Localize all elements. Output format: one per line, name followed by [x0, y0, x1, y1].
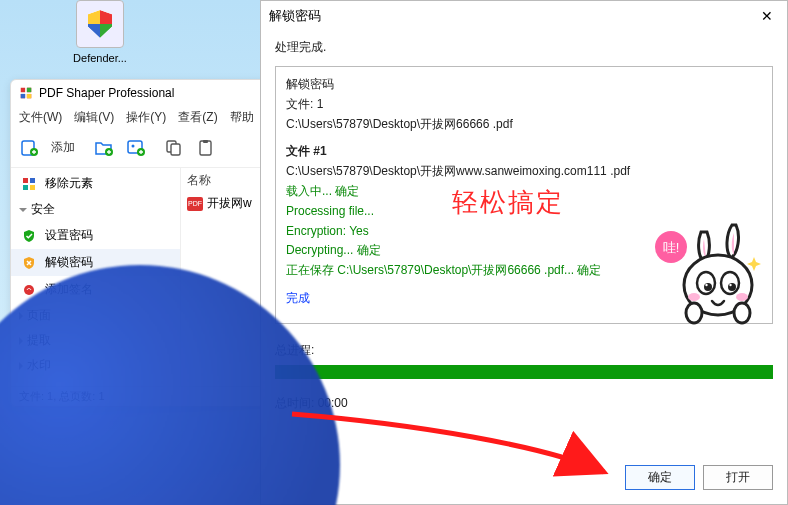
sidebar-item-label: 移除元素 — [45, 175, 93, 192]
sidebar-header-security[interactable]: 安全 — [11, 197, 180, 222]
menu-file[interactable]: 文件(W) — [19, 109, 62, 126]
svg-rect-12 — [23, 185, 28, 190]
dialog-titlebar[interactable]: 解锁密码 ✕ — [261, 1, 787, 31]
svg-point-19 — [704, 283, 712, 291]
toolbar: 添加 — [11, 128, 269, 168]
shield-x-icon — [21, 255, 37, 271]
add-folder-icon[interactable] — [93, 137, 115, 159]
sidebar-item-set-password[interactable]: 设置密码 — [11, 222, 180, 249]
svg-rect-10 — [23, 178, 28, 183]
app-logo-icon — [19, 86, 33, 100]
log-line: C:\Users\57879\Desktop\开拔网www.sanweimoxi… — [286, 162, 762, 182]
column-header-name[interactable]: 名称 — [187, 172, 263, 189]
open-button[interactable]: 打开 — [703, 465, 773, 490]
log-line: 解锁密码 — [286, 75, 762, 95]
svg-point-14 — [24, 285, 34, 295]
defender-icon — [76, 0, 124, 48]
bunny-sticker: 哇! — [646, 217, 766, 332]
main-window-titlebar[interactable]: PDF Shaper Professional — [11, 80, 269, 106]
menu-action[interactable]: 操作(Y) — [126, 109, 166, 126]
log-line: 文件: 1 — [286, 95, 762, 115]
sidebar-item-remove-elements[interactable]: 移除元素 — [11, 170, 180, 197]
menu-view[interactable]: 查看(Z) — [178, 109, 217, 126]
processing-done-label: 处理完成. — [275, 39, 773, 56]
dialog-title: 解锁密码 — [269, 7, 321, 25]
log-output[interactable]: 解锁密码 文件: 1 C:\Users\57879\Desktop\开拔网666… — [275, 66, 773, 324]
dialog-button-row: 确定 打开 — [625, 465, 773, 490]
svg-point-24 — [736, 293, 748, 301]
file-name: 开拔网w — [207, 195, 252, 212]
shield-check-icon — [21, 228, 37, 244]
remove-elements-icon — [21, 176, 37, 192]
svg-rect-9 — [203, 140, 208, 143]
progress-bar — [275, 365, 773, 379]
sidebar-item-label: 设置密码 — [45, 227, 93, 244]
svg-rect-11 — [30, 178, 35, 183]
pdf-icon: PDF — [187, 197, 203, 211]
unlock-password-dialog: 解锁密码 ✕ 处理完成. 解锁密码 文件: 1 C:\Users\57879\D… — [260, 0, 788, 505]
bubble-text: 哇! — [663, 240, 680, 255]
menu-help[interactable]: 帮助 — [230, 109, 254, 126]
progress-section: 总进程: — [275, 342, 773, 379]
menubar: 文件(W) 编辑(V) 操作(Y) 查看(Z) 帮助 — [11, 106, 269, 128]
svg-rect-8 — [200, 141, 211, 155]
toolbar-add-label: 添加 — [51, 139, 75, 156]
menu-edit[interactable]: 编辑(V) — [74, 109, 114, 126]
copy-icon[interactable] — [163, 137, 185, 159]
add-image-icon[interactable] — [125, 137, 147, 159]
svg-point-17 — [697, 272, 715, 294]
sidebar-header-label: 安全 — [31, 201, 55, 218]
annotation-overlay-text: 轻松搞定 — [452, 181, 564, 224]
svg-point-4 — [132, 144, 135, 147]
svg-rect-13 — [30, 185, 35, 190]
desktop-shortcut-label: Defender... — [60, 52, 140, 64]
svg-point-20 — [728, 283, 736, 291]
sidebar-item-label: 解锁密码 — [45, 254, 93, 271]
log-line: C:\Users\57879\Desktop\开拔网66666 .pdf — [286, 115, 762, 135]
ok-button[interactable]: 确定 — [625, 465, 695, 490]
svg-point-22 — [729, 284, 731, 286]
log-file-header: 文件 #1 — [286, 142, 762, 162]
main-window-title: PDF Shaper Professional — [39, 86, 174, 100]
paste-icon[interactable] — [195, 137, 217, 159]
close-button[interactable]: ✕ — [755, 4, 779, 28]
desktop-shortcut-defender[interactable]: Defender... — [60, 0, 140, 64]
svg-point-21 — [705, 284, 707, 286]
svg-point-18 — [721, 272, 739, 294]
add-file-icon[interactable] — [19, 137, 41, 159]
svg-rect-7 — [171, 144, 180, 155]
chevron-down-icon — [19, 208, 27, 212]
svg-point-26 — [734, 303, 750, 323]
svg-point-23 — [688, 293, 700, 301]
svg-point-25 — [686, 303, 702, 323]
total-time: 总时间: 00:00 — [275, 395, 773, 412]
file-row[interactable]: PDF 开拔网w — [187, 195, 263, 212]
